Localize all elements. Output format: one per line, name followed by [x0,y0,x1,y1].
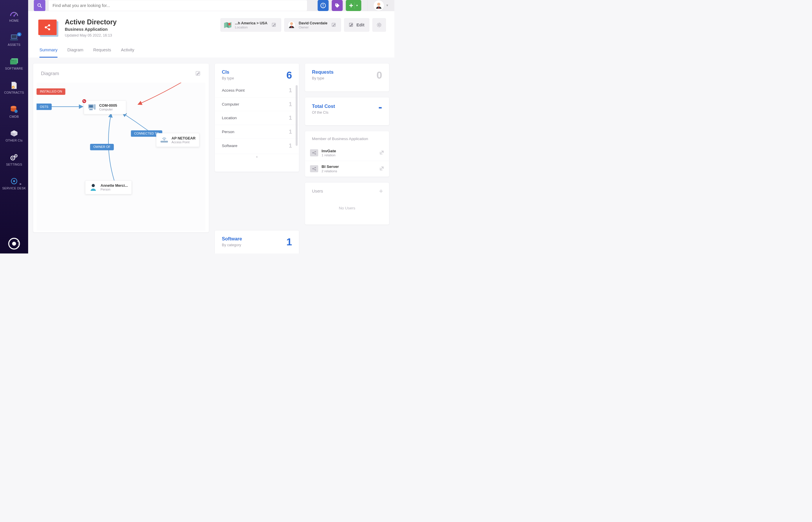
sidebar-item-contracts[interactable]: CONTRACTS [0,76,28,100]
search-input[interactable] [48,0,307,11]
sidebar-item-cmdb[interactable]: CMDB [0,100,28,124]
panel-subtitle: Of the CIs [312,111,335,115]
svg-point-24 [13,180,15,182]
external-link-button[interactable] [379,150,384,156]
gauge-icon [9,10,19,17]
svg-line-76 [313,153,315,154]
svg-point-78 [312,168,313,169]
edit-location-button[interactable] [270,21,278,28]
svg-rect-6 [10,59,17,64]
svg-point-74 [315,154,316,155]
svg-point-30 [18,246,18,246]
sidebar-item-assets[interactable]: 5 ASSETS [0,28,28,52]
sidebar-item-home[interactable]: HOME [0,4,28,28]
svg-line-83 [381,167,383,169]
svg-rect-70 [161,141,168,142]
panel-title: Software [222,236,242,242]
list-item[interactable]: BI Server 2 relations [305,161,389,177]
add-button[interactable]: ▼ [346,0,361,11]
list-item[interactable]: Person1 [215,125,299,139]
sidebar-item-software[interactable]: SOFTWARE [0,52,28,76]
owner-card: David Coverdale Owner [284,18,341,32]
scrollbar[interactable] [296,85,298,146]
updated-timestamp: Updated May 05 2022, 16:13 [65,33,215,38]
panel-title: Diagram [41,71,59,76]
alert-button[interactable] [318,0,329,11]
svg-line-1 [14,14,16,16]
tab-diagram[interactable]: Diagram [67,45,83,58]
svg-point-20 [12,158,14,159]
location-card: ...h America > USA Location [220,18,281,32]
sidebar-item-service-desk[interactable]: ▶ SERVICE DESK [0,172,28,196]
sidebar-item-settings[interactable]: SETTINGS [0,148,28,172]
list-item[interactable]: Location1 [215,111,299,125]
svg-point-54 [378,24,380,26]
diagram-canvas[interactable]: OSTS INSTALLED ON CONNECTED TO OWNER OF [37,83,206,230]
search-button[interactable] [34,0,45,11]
chevron-right-icon: ▶ [20,182,22,185]
svg-point-9 [13,60,14,61]
caret-down-icon: ▼ [356,4,359,7]
node-title: Annette Merci... [101,183,128,188]
settings-button[interactable] [372,18,386,32]
list-item[interactable]: Computer1 [215,97,299,111]
edit-diagram-button[interactable] [195,69,202,77]
svg-point-71 [92,184,95,187]
svg-rect-17 [15,111,15,112]
add-user-button[interactable]: + [379,188,383,195]
list-item[interactable]: InvGate 1 relation [305,145,389,161]
tab-requests[interactable]: Requests [93,45,111,58]
avatar-icon [287,21,296,29]
total-cost-panel: Total Cost Of the CIs - [305,97,389,125]
sidebar-item-label: CONTRACTS [4,91,24,95]
svg-point-37 [336,4,337,5]
tab-activity[interactable]: Activity [121,45,134,58]
edit-button[interactable]: Edit [344,18,369,32]
expand-button[interactable]: ▲ [215,154,299,159]
computer-icon [87,103,96,112]
map-icon [224,21,232,29]
window-icon [9,58,19,65]
node-access-point[interactable]: AP NETGEAR Access Point [156,133,200,147]
svg-rect-18 [17,111,17,112]
svg-rect-41 [379,7,379,9]
svg-point-47 [228,23,231,25]
gears-icon [9,154,19,161]
sidebar-item-label: SERVICE DESK [2,187,26,190]
alert-icon [321,3,326,8]
tabs: Summary Diagram Requests Activity [37,45,386,58]
share-icon [310,149,318,156]
svg-point-14 [15,111,17,112]
requests-total: 0 [377,69,382,81]
node-computer[interactable]: COM-0005 Computer [84,100,126,114]
sidebar-item-other-cis[interactable]: OTHER CIs [0,124,28,148]
total-cost-value: - [379,103,382,110]
software-panel: Software By category 1 Security1 ▲ [215,230,299,254]
svg-rect-36 [323,6,323,7]
empty-state: No Users [305,206,389,210]
svg-line-82 [313,169,315,169]
tag-button[interactable] [332,0,343,11]
svg-line-75 [313,152,315,153]
tab-summary[interactable]: Summary [39,45,57,58]
location-value: ...h America > USA [235,21,267,25]
diagram-panel: Diagram [33,63,209,233]
database-icon [9,105,19,113]
svg-rect-66 [94,104,96,109]
svg-rect-51 [291,26,292,28]
node-person[interactable]: Annette Merci... Person [85,180,131,194]
list-item[interactable]: Security1 [215,250,299,254]
user-menu[interactable]: ▼ [373,0,389,11]
sidebar-item-label: SETTINGS [6,163,22,166]
svg-point-50 [290,22,293,25]
external-link-button[interactable] [379,166,384,172]
svg-rect-15 [16,110,16,111]
list-item[interactable]: Access Point1 [215,83,299,97]
list-item[interactable]: Software1 [215,139,299,153]
avatar-icon [373,0,384,11]
svg-line-45 [46,25,49,27]
svg-rect-69 [161,141,168,143]
router-icon [160,136,168,144]
edit-owner-button[interactable] [331,21,338,28]
page-subtitle: Business Application [65,27,215,32]
